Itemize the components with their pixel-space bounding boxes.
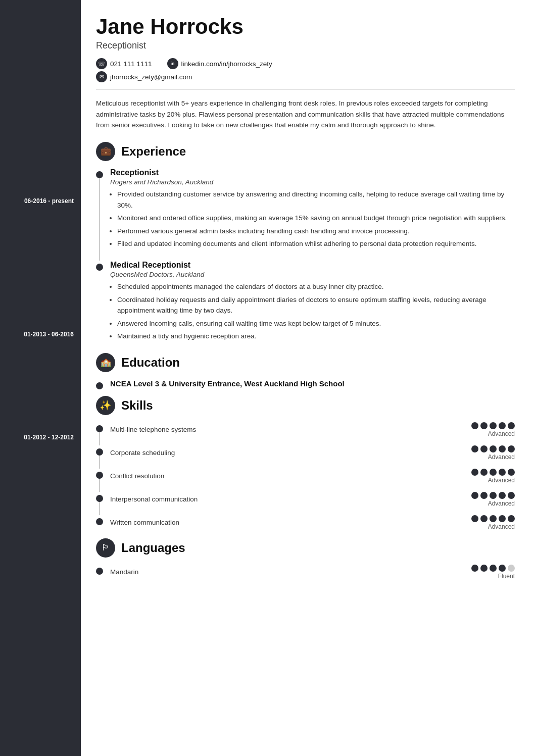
skill-name-5: Written communication (110, 519, 471, 526)
education-section-header: 🏫 Education (96, 353, 515, 372)
bullet-2-3: Answered incoming calls, ensuring call w… (117, 318, 515, 329)
bullet-2-2: Coordinated holiday requests and daily a… (117, 294, 515, 316)
linkedin-text: linkedin.com/in/jhorrocks_zety (181, 60, 272, 68)
bullet-1-1: Provided outstanding customer service by… (117, 189, 515, 211)
linkedin-contact: in linkedin.com/in/jhorrocks_zety (167, 58, 272, 69)
skill-item-1: Multi-line telephone systems Advanced (96, 422, 515, 437)
bullet-1-2: Monitored and ordered office supplies, m… (117, 213, 515, 224)
sidebar-date-edu1: 01-2012 - 12-2012 (24, 433, 81, 442)
language-name-1: Mandarin (110, 568, 471, 576)
phone-contact: ☏ 021 111 1111 (96, 58, 152, 69)
skill-rating-3: Advanced (471, 469, 515, 484)
skill-dots-3 (471, 469, 515, 476)
skill-dots-2 (471, 445, 515, 452)
job-item-2: Medical Receptionist QueensMed Doctors, … (96, 261, 515, 342)
languages-section-header: 🏳 Languages (96, 538, 515, 558)
skill-level-2: Advanced (488, 453, 515, 461)
experience-timeline: Receptionist Rogers and Richardson, Auck… (96, 168, 515, 342)
summary: Meticulous receptionist with 5+ years ex… (96, 98, 515, 131)
skills-section-header: ✨ Skills (96, 396, 515, 415)
timeline-dot-2 (96, 264, 103, 271)
skill-item-5: Written communication Advanced (96, 515, 515, 530)
skill-dot-1 (96, 425, 103, 432)
skill-name-3: Conflict resolution (110, 472, 471, 480)
skill-dots-1 (471, 422, 515, 429)
header-divider (96, 89, 515, 90)
company-1: Rogers and Richardson, Auckland (110, 178, 515, 186)
skills-icon: ✨ (96, 396, 115, 415)
skill-item-4: Interpersonal communication Advanced (96, 492, 515, 507)
skill-dot-2 (96, 448, 103, 456)
resume-container: 06-2016 - present 01-2013 - 06-2016 01-2… (0, 0, 535, 756)
skill-level-3: Advanced (488, 477, 515, 484)
contact-row-email: ✉ jhorrocks_zety@gmail.com (96, 71, 515, 82)
skill-rating-1: Advanced (471, 422, 515, 437)
timeline-dot-1 (96, 171, 103, 178)
skill-level-1: Advanced (488, 430, 515, 437)
skill-name-2: Corporate scheduling (110, 449, 471, 457)
skill-level-5: Advanced (488, 523, 515, 530)
job-title-1: Receptionist (110, 168, 515, 177)
skill-dots-5 (471, 515, 515, 522)
skill-dot-4 (96, 495, 103, 502)
email-icon: ✉ (96, 71, 107, 82)
phone-icon: ☏ (96, 58, 107, 69)
languages-list: Mandarin Fluent (96, 565, 515, 580)
company-2: QueensMed Doctors, Auckland (110, 271, 515, 278)
language-dot-1 (96, 568, 103, 575)
sidebar-date-exp2: 01-2013 - 06-2016 (24, 330, 81, 339)
bullet-1-3: Performed various general admin tasks in… (117, 226, 515, 237)
phone-text: 021 111 1111 (110, 60, 152, 68)
edu-title-1: NCEA Level 3 & University Entrance, West… (110, 379, 515, 388)
skills-title: Skills (121, 398, 153, 413)
education-timeline: NCEA Level 3 & University Entrance, West… (96, 379, 515, 388)
experience-title: Experience (121, 144, 186, 159)
linkedin-icon: in (167, 58, 178, 69)
education-title: Education (121, 356, 180, 370)
edu-dot-1 (96, 382, 103, 389)
language-rating-1: Fluent (471, 565, 515, 580)
job-bullets-1: Provided outstanding customer service by… (117, 189, 515, 249)
skill-name-4: Interpersonal communication (110, 495, 471, 503)
languages-title: Languages (121, 541, 185, 555)
main-content: Jane Horrocks Receptionist ☏ 021 111 111… (81, 0, 535, 756)
edu-item-1: NCEA Level 3 & University Entrance, West… (96, 379, 515, 388)
sidebar: 06-2016 - present 01-2013 - 06-2016 01-2… (0, 0, 81, 756)
skill-rating-2: Advanced (471, 445, 515, 461)
skill-rating-4: Advanced (471, 492, 515, 507)
job-title-2: Medical Receptionist (110, 261, 515, 270)
bullet-2-1: Scheduled appointments managed the calen… (117, 281, 515, 292)
email-text: jhorrocks_zety@gmail.com (110, 73, 192, 81)
sidebar-date-exp1: 06-2016 - present (24, 197, 81, 206)
contact-row: ☏ 021 111 1111 in linkedin.com/in/jhorro… (96, 58, 515, 69)
skill-item-2: Corporate scheduling Advanced (96, 445, 515, 461)
skill-rating-5: Advanced (471, 515, 515, 530)
skill-item-3: Conflict resolution Advanced (96, 469, 515, 484)
experience-section-header: 💼 Experience (96, 142, 515, 161)
language-item-1: Mandarin Fluent (96, 565, 515, 580)
skill-name-1: Multi-line telephone systems (110, 426, 471, 433)
email-contact: ✉ jhorrocks_zety@gmail.com (96, 71, 192, 82)
candidate-title: Receptionist (96, 40, 515, 51)
skill-level-4: Advanced (488, 500, 515, 507)
language-level-1: Fluent (498, 573, 515, 580)
skill-dots-4 (471, 492, 515, 499)
bullet-2-4: Maintained a tidy and hygienic reception… (117, 331, 515, 342)
languages-icon: 🏳 (96, 538, 115, 558)
job-item-1: Receptionist Rogers and Richardson, Auck… (96, 168, 515, 249)
education-icon: 🏫 (96, 353, 115, 372)
job-bullets-2: Scheduled appointments managed the calen… (117, 281, 515, 342)
skill-dot-3 (96, 472, 103, 479)
skills-list: Multi-line telephone systems Advanced Co… (96, 422, 515, 530)
bullet-1-4: Filed and updated incoming documents and… (117, 238, 515, 249)
skill-dot-5 (96, 518, 103, 525)
experience-icon: 💼 (96, 142, 115, 161)
candidate-name: Jane Horrocks (96, 15, 515, 38)
language-dots-1 (471, 565, 515, 572)
